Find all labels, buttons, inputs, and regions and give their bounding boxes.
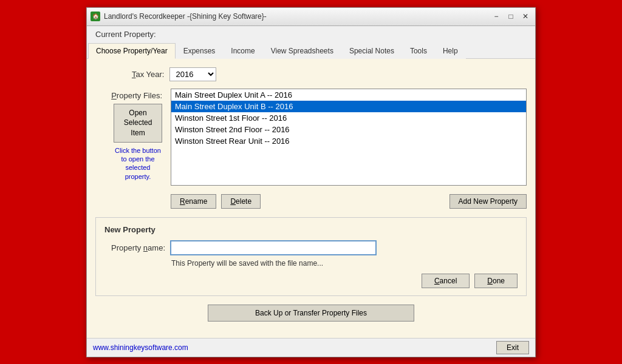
tab-view-spreadsheets[interactable]: View Spreadsheets (263, 43, 341, 59)
cancel-button[interactable]: Cancel (422, 274, 470, 288)
save-note: This Property will be saved with the fil… (171, 259, 518, 268)
menubar: Choose Property/Year Expenses Income Vie… (87, 42, 535, 59)
new-property-section: New Property Property name: This Propert… (95, 217, 527, 296)
delete-button[interactable]: Delete (221, 194, 261, 209)
new-property-title: New Property (104, 225, 518, 234)
action-buttons-row: Rename Delete Add New Property (95, 194, 527, 209)
open-selected-button[interactable]: Open Selected Item (114, 104, 162, 143)
website-link[interactable]: www.shiningkeysoftware.com (93, 343, 188, 352)
tab-tools[interactable]: Tools (402, 43, 435, 59)
property-files-label: Property Files: (111, 91, 162, 100)
list-item[interactable]: Winston Street 2nd Floor -- 2016 (171, 124, 526, 135)
list-item[interactable]: Winston Street Rear Unit -- 2016 (171, 135, 526, 147)
exit-button[interactable]: Exit (496, 341, 529, 354)
backup-button[interactable]: Back Up or Transfer Property Files (208, 305, 414, 322)
titlebar-title: Landlord's Recordkeeper -{Shining Key So… (104, 12, 490, 21)
list-item[interactable]: Main Street Duplex Unit A -- 2016 (171, 89, 526, 101)
new-prop-buttons: Cancel Done (104, 274, 518, 288)
current-property-bar: Current Property: (87, 26, 535, 42)
tab-income[interactable]: Income (223, 43, 262, 59)
tax-year-row: Tax Year: 2016 2014 2015 2017 2018 (132, 67, 527, 81)
list-item[interactable]: Main Street Duplex Unit B -- 2016 (171, 101, 526, 112)
click-hint: Click the button to open the selected pr… (114, 146, 162, 181)
tax-year-label: Tax Year: (132, 70, 165, 79)
tab-choose-property[interactable]: Choose Property/Year (88, 43, 176, 59)
window-controls: − □ ✕ (490, 10, 531, 22)
rename-button[interactable]: Rename (171, 194, 216, 209)
property-section: Property Files: Open Selected Item Click… (95, 89, 527, 186)
main-window: 🏠 Landlord's Recordkeeper -{Shining Key … (86, 7, 536, 357)
current-property-label: Current Property: (95, 30, 156, 39)
tax-year-select[interactable]: 2016 2014 2015 2017 2018 (169, 67, 216, 81)
main-content: Tax Year: 2016 2014 2015 2017 2018 Prope… (87, 59, 535, 338)
titlebar: 🏠 Landlord's Recordkeeper -{Shining Key … (87, 8, 535, 26)
property-name-row: Property name: (104, 240, 518, 255)
add-new-property-button[interactable]: Add New Property (449, 194, 527, 209)
property-label-col: Property Files: Open Selected Item Click… (95, 89, 162, 186)
close-button[interactable]: ✕ (519, 10, 531, 22)
tab-special-notes[interactable]: Special Notes (341, 43, 402, 59)
tab-help[interactable]: Help (435, 43, 466, 59)
tab-expenses[interactable]: Expenses (176, 43, 224, 59)
statusbar: www.shiningkeysoftware.com Exit (87, 338, 535, 357)
list-item[interactable]: Winston Street 1st Floor -- 2016 (171, 112, 526, 124)
property-listbox[interactable]: Main Street Duplex Unit A -- 2016 Main S… (171, 89, 527, 186)
minimize-button[interactable]: − (490, 10, 502, 22)
maximize-button[interactable]: □ (505, 10, 517, 22)
property-name-input[interactable] (170, 240, 377, 255)
app-icon: 🏠 (91, 12, 100, 21)
done-button[interactable]: Done (474, 274, 518, 288)
property-name-label: Property name: (104, 243, 165, 252)
